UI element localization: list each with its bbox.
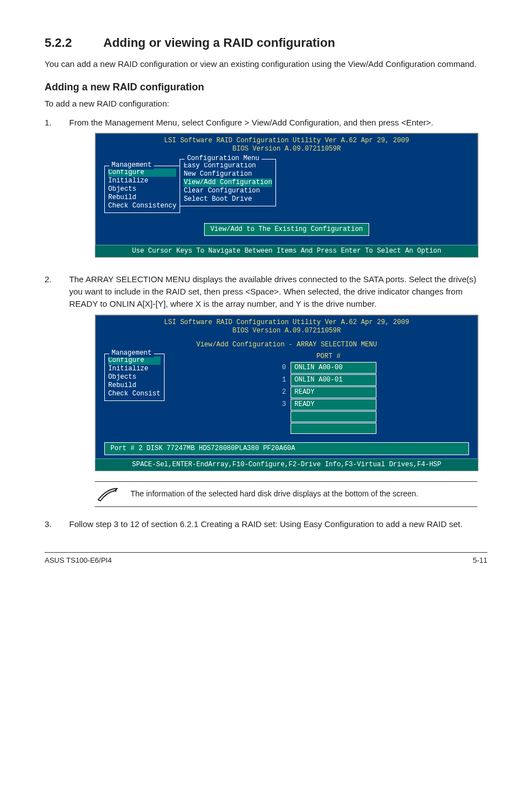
bios-header: LSI Software RAID Configuration Utility … <box>95 315 478 336</box>
cfg-item-select-boot[interactable]: Select Boot Drive <box>183 195 272 204</box>
port-index: 1 <box>280 376 286 384</box>
page-footer: ASUS TS100-E6/PI4 5-11 <box>45 552 487 564</box>
port-status: ONLIN A00-01 <box>291 374 376 386</box>
step-text: From the Management Menu, select Configu… <box>69 118 433 127</box>
step-text: The ARRAY SELECTION MENU displays the av… <box>69 274 476 308</box>
step-text: Follow step 3 to 12 of section 6.2.1 Cre… <box>69 519 462 529</box>
footer-product: ASUS TS100-E6/PI4 <box>45 556 112 564</box>
configuration-menu: Configuration Menu Easy Configuration Ne… <box>180 159 275 206</box>
step-number: 3. <box>45 518 57 530</box>
bios-title-line2: BIOS Version A.09.07211059R <box>95 145 478 153</box>
bios-screenshot-2: LSI Software RAID Configuration Utility … <box>95 315 478 471</box>
menu-item-objects[interactable]: Objects <box>108 185 176 194</box>
menu-item-check-consistency[interactable]: Check Consistency <box>108 202 176 210</box>
port-index: 0 <box>280 364 286 372</box>
section-intro: You can add a new RAID configuration or … <box>45 58 487 70</box>
selected-disk-info: Port # 2 DISK 77247MB HDS728080PLA380 PF… <box>104 442 469 455</box>
cfg-item-easy[interactable]: Easy Configuration <box>183 162 272 170</box>
bios-title-line1: LSI Software RAID Configuration Utility … <box>95 318 478 327</box>
bios-title-line1: LSI Software RAID Configuration Utility … <box>95 137 478 145</box>
port-row-1[interactable]: 1 ONLIN A00-01 <box>280 374 376 386</box>
note-callout: The information of the selected hard dis… <box>95 481 477 507</box>
subsection-heading: Adding a new RAID configuration <box>45 81 487 93</box>
subsection-lead: To add a new RAID configuration: <box>45 98 487 110</box>
menu-item-objects[interactable]: Objects <box>108 373 161 381</box>
view-add-status: View/Add to The Existing Configuration <box>204 223 369 236</box>
management-menu: Management Configure Initialize Objects … <box>104 354 165 401</box>
port-header: PORT # <box>316 352 340 361</box>
port-row-empty <box>280 423 376 434</box>
management-menu-label: Management <box>109 349 154 357</box>
configuration-menu-label: Configuration Menu <box>185 154 262 163</box>
port-row-empty <box>280 411 376 423</box>
port-index: 2 <box>280 388 286 397</box>
section-number: 5.2.2 <box>45 36 100 50</box>
section-heading: 5.2.2 Adding or viewing a RAID configura… <box>45 36 487 50</box>
menu-item-configure[interactable]: Configure <box>108 356 161 365</box>
management-menu-label: Management <box>109 161 154 170</box>
menu-item-check-consist[interactable]: Check Consist <box>108 390 161 398</box>
step-1: 1. From the Management Menu, select Conf… <box>45 117 487 268</box>
management-menu: Management Configure Initialize Objects … <box>104 166 180 213</box>
array-selection-title: View/Add Configuration - ARRAY SELECTION… <box>104 340 469 352</box>
step-number: 2. <box>45 273 57 512</box>
port-row-3[interactable]: 3 READY <box>280 399 376 411</box>
footer-page-number: 5-11 <box>473 556 487 564</box>
note-text: The information of the selected hard dis… <box>130 489 477 499</box>
menu-item-initialize[interactable]: Initialize <box>108 177 176 185</box>
bios-footer-hint: Use Cursor Keys To Navigate Between Item… <box>95 245 478 257</box>
bios-title-line2: BIOS Version A.09.07211059R <box>95 327 478 335</box>
note-icon <box>95 485 120 503</box>
menu-item-configure[interactable]: Configure <box>108 168 176 177</box>
port-status: READY <box>291 399 376 410</box>
port-status: READY <box>291 386 376 398</box>
cfg-item-clear[interactable]: Clear Configuration <box>183 187 272 195</box>
bios-screenshot-1: LSI Software RAID Configuration Utility … <box>95 133 478 258</box>
bios-header: LSI Software RAID Configuration Utility … <box>95 133 478 154</box>
cfg-item-view-add[interactable]: View/Add Configuration <box>183 178 272 187</box>
cfg-item-new[interactable]: New Configuration <box>183 170 272 178</box>
step-number: 1. <box>45 117 57 268</box>
step-3: 3. Follow step 3 to 12 of section 6.2.1 … <box>45 518 487 530</box>
port-status: ONLIN A00-00 <box>291 362 376 374</box>
port-row-0[interactable]: 0 ONLIN A00-00 <box>280 362 376 374</box>
step-2: 2. The ARRAY SELECTION MENU displays the… <box>45 273 487 512</box>
port-index: 3 <box>280 400 286 409</box>
bios-footer-hint: SPACE-Sel,ENTER-EndArray,F10-Configure,F… <box>95 458 478 471</box>
menu-item-initialize[interactable]: Initialize <box>108 365 161 373</box>
section-title-text: Adding or viewing a RAID configuration <box>103 36 335 50</box>
port-row-2[interactable]: 2 READY <box>280 386 376 399</box>
menu-item-rebuild[interactable]: Rebuild <box>108 194 176 202</box>
menu-item-rebuild[interactable]: Rebuild <box>108 381 161 390</box>
